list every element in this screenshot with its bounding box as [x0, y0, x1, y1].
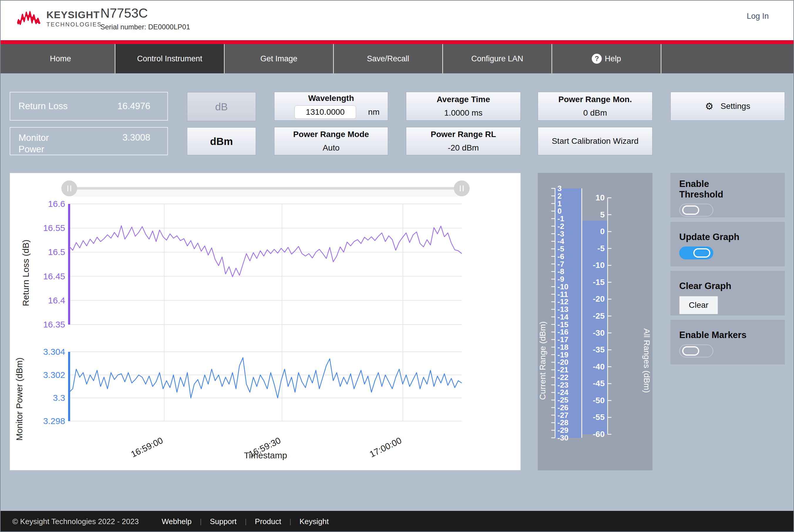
enable-threshold-label-1: Enable	[679, 179, 785, 189]
all-ranges-tick-label: -45	[593, 379, 605, 388]
all-ranges-tick-label: -50	[593, 396, 605, 405]
slider-handle-right[interactable]	[454, 180, 470, 196]
all-ranges-tick-label: -10	[593, 261, 605, 270]
y-tick-label: 3.3	[53, 393, 65, 403]
y-tick-label: 16.35	[43, 320, 65, 329]
all-ranges-tick-label: -35	[593, 345, 605, 354]
wavelength-tile: Wavelength nm	[274, 92, 388, 120]
all-ranges-tick-label: -30	[593, 328, 605, 338]
all-ranges-tick-label: -40	[593, 362, 605, 371]
all-ranges-tick-label: -25	[593, 311, 605, 320]
all-ranges-tick-label: 5	[600, 210, 605, 219]
clear-button[interactable]: Clear	[679, 296, 718, 314]
y-tick-label: 16.6	[48, 199, 65, 209]
monitor-power-value: 3.3008	[122, 132, 150, 143]
settings-button[interactable]: ⚙ Settings	[670, 92, 785, 120]
clear-graph-label: Clear Graph	[679, 281, 785, 291]
footer-separator: |	[200, 517, 202, 526]
y-axis-spine	[68, 352, 70, 421]
power-range-rl-tile[interactable]: Power Range RL -20 dBm	[406, 127, 521, 155]
footer-link-webhelp[interactable]: Webhelp	[162, 517, 192, 526]
header: KEYSIGHT TECHNOLOGIES N7753C Serial numb…	[1, 1, 793, 40]
x-axis-title: Timestamp	[244, 451, 287, 460]
chart-panel: 16.616.5516.516.4516.416.35Return Loss (…	[10, 173, 521, 470]
dbm-unit-button[interactable]: dBm	[187, 127, 256, 155]
footer-link-keysight[interactable]: Keysight	[299, 517, 329, 526]
tab-configure-lan[interactable]: Configure LAN	[443, 44, 552, 73]
help-circle-icon: ?	[592, 54, 602, 64]
return-loss-readout: Return Loss 16.4976	[10, 92, 168, 120]
power-range-mode-tile[interactable]: Power Range Mode Auto	[274, 127, 388, 155]
average-time-value: 1.0000 ms	[444, 108, 483, 118]
serial-number: Serial number: DE0000LP01	[100, 23, 190, 31]
gear-icon: ⚙	[705, 101, 714, 112]
all-ranges-tick-label: -5	[597, 244, 605, 253]
slider-handle-left[interactable]	[61, 180, 77, 196]
tab-help[interactable]: ?Help	[552, 44, 661, 73]
y-tick-label: 16.45	[43, 271, 65, 281]
toggle-knob	[682, 205, 699, 215]
slider-track[interactable]	[69, 187, 462, 190]
footer-links: Webhelp|Support|Product|Keysight	[153, 517, 337, 526]
wavelength-title: Wavelength	[308, 94, 354, 103]
power-range-mon-tile[interactable]: Power Range Mon. 0 dBm	[538, 92, 653, 120]
tab-control-instrument[interactable]: Control Instrument	[115, 44, 225, 73]
enable-threshold-label-2: Threshold	[679, 189, 785, 200]
update-graph-toggle[interactable]	[679, 246, 713, 260]
update-graph-label: Update Graph	[679, 232, 785, 242]
page-title: N7753C	[100, 6, 190, 21]
y-tick-label: 3.302	[43, 370, 65, 380]
all-ranges-tick-label: 0	[600, 227, 605, 236]
all-ranges-tick-label: -15	[593, 278, 605, 287]
monitor-power-readout: Monitor Power 3.3008	[10, 127, 168, 155]
start-calibration-wizard-button[interactable]: Start Calibration Wizard	[538, 127, 653, 155]
y-tick-label: 16.4	[48, 296, 65, 305]
footer: © Keysight Technologies 2022 - 2023 Webh…	[1, 511, 793, 532]
enable-threshold-card: Enable Threshold	[670, 173, 785, 217]
all-ranges-tick-label: -60	[593, 430, 605, 439]
return-loss-label: Return Loss	[18, 101, 68, 112]
average-time-tile[interactable]: Average Time 1.0000 ms	[406, 92, 521, 120]
power-range-gauge-panel: 3210-1-2-3-4-5-6-7-8-9-10-11-12-13-14-15…	[538, 173, 653, 470]
power-range-mode-value: Auto	[323, 143, 340, 153]
y-axis-title: Monitor Power (dBm)	[14, 357, 24, 440]
nav-bar: HomeControl InstrumentGet ImageSave/Reca…	[1, 44, 793, 73]
toggle-knob	[682, 346, 699, 356]
return-loss-value: 16.4976	[117, 101, 150, 112]
keysight-wave-icon	[16, 6, 42, 31]
monitor-power-label: Monitor Power	[18, 132, 69, 155]
keysight-logo: KEYSIGHT TECHNOLOGIES	[16, 6, 102, 31]
current-range-tick-label: -30	[557, 433, 569, 442]
all-ranges-tick-label: 10	[596, 193, 605, 202]
tab-get-image[interactable]: Get Image	[225, 44, 334, 73]
wavelength-input[interactable]	[295, 105, 356, 119]
copyright: © Keysight Technologies 2022 - 2023	[12, 517, 139, 526]
y-axis-title: Return Loss (dB)	[21, 240, 31, 306]
footer-separator: |	[245, 517, 247, 526]
enable-markers-card: Enable Markers	[670, 320, 785, 364]
all-ranges-tick-label: -55	[593, 413, 605, 422]
enable-threshold-toggle[interactable]	[679, 204, 713, 216]
app-page: KEYSIGHT TECHNOLOGIES N7753C Serial numb…	[0, 0, 794, 532]
db-unit-button[interactable]: dB	[187, 92, 256, 121]
accent-bar	[1, 40, 793, 44]
x-tick-label: 16:59:00	[129, 435, 164, 459]
footer-link-support[interactable]: Support	[210, 517, 237, 526]
toggle-knob	[693, 248, 710, 258]
y-tick-label: 3.304	[43, 347, 65, 357]
timeseries-chart: 16.616.5516.516.4516.416.35Return Loss (…	[10, 173, 521, 471]
footer-link-product[interactable]: Product	[255, 517, 281, 526]
all-ranges-tick-label: -20	[593, 294, 605, 303]
tab-home[interactable]: Home	[6, 44, 115, 73]
brand-technologies: TECHNOLOGIES	[46, 21, 102, 28]
tab-save-recall[interactable]: Save/Recall	[334, 44, 443, 73]
clear-graph-card: Clear Graph Clear	[670, 271, 785, 316]
power-range-rl-value: -20 dBm	[448, 143, 479, 153]
login-link[interactable]: Log In	[747, 12, 769, 21]
y-tick-label: 16.5	[48, 247, 65, 257]
enable-markers-toggle[interactable]	[679, 344, 713, 357]
power-range-mon-value: 0 dBm	[583, 108, 607, 118]
enable-markers-label: Enable Markers	[679, 330, 785, 340]
y-axis-spine	[68, 204, 70, 325]
y-tick-label: 16.55	[43, 223, 65, 233]
